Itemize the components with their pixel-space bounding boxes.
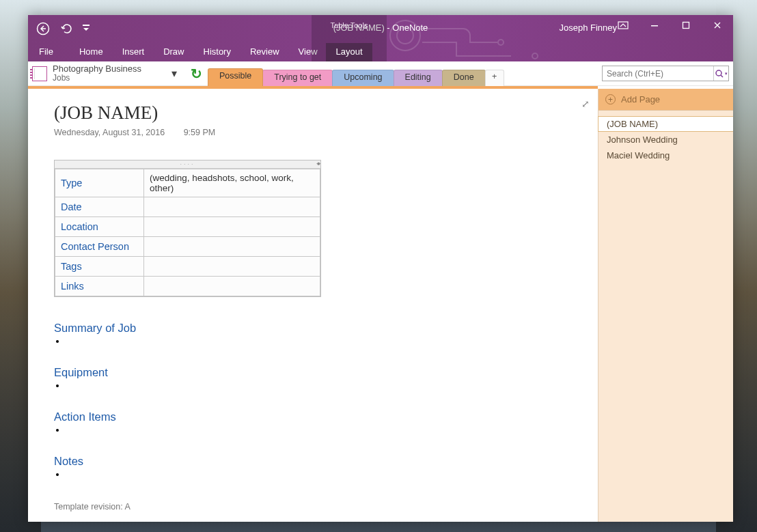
- table-row[interactable]: Tags: [55, 257, 320, 277]
- page-timestamp: Wednesday, August 31, 2016 9:59 PM: [54, 128, 598, 137]
- bullet-list[interactable]: [54, 469, 598, 480]
- page-time: 9:59 PM: [184, 128, 216, 137]
- close-button[interactable]: [702, 15, 733, 36]
- decorative-circuit: [364, 8, 583, 70]
- notebook-picker[interactable]: Photography Business Jobs ▾: [28, 61, 185, 85]
- section-heading-notes[interactable]: Notes: [54, 455, 598, 468]
- page-item[interactable]: Maciel Wedding: [598, 148, 733, 163]
- ribbon-tab-home[interactable]: Home: [70, 43, 113, 61]
- add-page-button[interactable]: + Add Page: [598, 89, 733, 111]
- svg-rect-7: [651, 25, 658, 27]
- table-value-date[interactable]: [144, 197, 320, 217]
- add-page-label: Add Page: [621, 94, 660, 104]
- bullet-item[interactable]: [66, 380, 598, 391]
- svg-rect-8: [683, 23, 689, 29]
- bullet-item[interactable]: [66, 425, 598, 436]
- ribbon-display-options[interactable]: [607, 15, 639, 36]
- table-row[interactable]: Location: [55, 217, 320, 237]
- minimize-button[interactable]: [639, 15, 670, 36]
- bullet-list[interactable]: [54, 380, 598, 391]
- table-row[interactable]: Type(wedding, headshots, school, work, o…: [55, 169, 320, 197]
- add-section-button[interactable]: +: [485, 70, 504, 86]
- search-input[interactable]: [603, 69, 713, 79]
- window-controls: [607, 15, 733, 36]
- sync-status-icon[interactable]: ↻: [185, 61, 208, 85]
- undo-button[interactable]: [58, 20, 74, 37]
- table-label-type[interactable]: Type: [55, 169, 144, 197]
- section-heading-summary-of-job[interactable]: Summary of Job: [54, 322, 598, 335]
- quick-access-toolbar: [35, 20, 91, 37]
- table-tools-contextual-label: Table Tools: [312, 15, 387, 36]
- job-info-table[interactable]: Type(wedding, headshots, school, work, o…: [55, 169, 320, 296]
- ribbon-tab-layout[interactable]: Layout: [326, 43, 372, 61]
- notebook-dropdown-icon[interactable]: ▾: [167, 67, 181, 80]
- table-value-tags[interactable]: [144, 257, 320, 277]
- template-revision: Template revision: A: [54, 502, 598, 512]
- table-row[interactable]: Date: [55, 197, 320, 217]
- table-label-contact-person[interactable]: Contact Person: [55, 237, 144, 257]
- bullet-list[interactable]: [54, 425, 598, 436]
- search-box: ▾: [602, 66, 729, 81]
- ribbon-tab-draw[interactable]: Draw: [154, 43, 193, 61]
- table-value-type[interactable]: (wedding, headshots, school, work, other…: [144, 169, 320, 197]
- bullet-item[interactable]: [66, 469, 598, 480]
- notebook-icon: [32, 66, 47, 81]
- search-area: ▾: [598, 61, 733, 86]
- page-pane: + Add Page (JOB NAME)Johnson WeddingMaci…: [598, 89, 733, 522]
- search-button[interactable]: ▾: [713, 66, 728, 81]
- bullet-list[interactable]: [54, 336, 598, 347]
- table-row[interactable]: Contact Person: [55, 237, 320, 257]
- ribbon-tab-history[interactable]: History: [194, 43, 240, 61]
- section-tab-done[interactable]: Done: [442, 70, 486, 86]
- bullet-item[interactable]: [66, 336, 598, 347]
- qat-customize-dropdown[interactable]: [81, 20, 91, 37]
- table-label-date[interactable]: Date: [55, 197, 144, 217]
- ribbon-tab-insert[interactable]: Insert: [113, 43, 154, 61]
- page-item[interactable]: Johnson Wedding: [598, 132, 733, 148]
- table-label-tags[interactable]: Tags: [55, 257, 144, 277]
- ribbon-tab-file[interactable]: File: [32, 43, 60, 61]
- ribbon-tab-review[interactable]: Review: [240, 43, 289, 61]
- current-section-name: Jobs: [53, 74, 162, 83]
- titlebar: (JOB NAME) - OneNote Table Tools Joseph …: [28, 15, 733, 61]
- svg-point-9: [716, 70, 721, 76]
- maximize-button[interactable]: [670, 15, 702, 36]
- table-row[interactable]: Links: [55, 277, 320, 296]
- section-heading-equipment[interactable]: Equipment: [54, 366, 598, 379]
- notebook-labels: Photography Business Jobs: [53, 64, 162, 83]
- table-label-location[interactable]: Location: [55, 217, 144, 237]
- svg-point-3: [532, 53, 538, 59]
- section-tab-possible[interactable]: Possible: [208, 68, 263, 86]
- back-button[interactable]: [35, 20, 51, 37]
- notebook-header: Photography Business Jobs ▾ ↻ PossibleTr…: [28, 61, 733, 86]
- plus-icon: +: [605, 94, 616, 104]
- page-canvas[interactable]: ⤢ (JOB NAME) Wednesday, August 31, 2016 …: [28, 89, 598, 522]
- svg-rect-5: [83, 25, 90, 26]
- page-date: Wednesday, August 31, 2016: [54, 128, 165, 137]
- page-item[interactable]: (JOB NAME): [598, 116, 733, 132]
- table-label-links[interactable]: Links: [55, 277, 144, 296]
- ribbon-tabs: File Home Insert Draw History Review Vie…: [32, 42, 327, 61]
- fullpage-toggle-icon[interactable]: ⤢: [581, 98, 590, 109]
- notebook-name: Photography Business: [53, 64, 162, 74]
- page-list: (JOB NAME)Johnson WeddingMaciel Wedding: [598, 111, 733, 163]
- table-value-contact-person[interactable]: [144, 237, 320, 257]
- page-title[interactable]: (JOB NAME): [54, 102, 598, 124]
- section-tab-editing[interactable]: Editing: [394, 70, 443, 86]
- onenote-window: (JOB NAME) - OneNote Table Tools Joseph …: [28, 15, 733, 522]
- table-tools-tab-group: Layout: [312, 36, 387, 61]
- svg-point-2: [498, 40, 504, 45]
- section-heading-action-items[interactable]: Action Items: [54, 410, 598, 423]
- svg-rect-6: [618, 22, 628, 29]
- section-tab-upcoming[interactable]: Upcoming: [332, 70, 394, 86]
- workspace: ⤢ (JOB NAME) Wednesday, August 31, 2016 …: [28, 89, 733, 522]
- table-value-links[interactable]: [144, 277, 320, 296]
- table-value-location[interactable]: [144, 217, 320, 237]
- table-grip-bar[interactable]: ····: [55, 160, 320, 169]
- note-table-container[interactable]: ···· Type(wedding, headshots, school, wo…: [54, 160, 321, 297]
- section-tab-trying-to-get[interactable]: Trying to get: [262, 70, 333, 86]
